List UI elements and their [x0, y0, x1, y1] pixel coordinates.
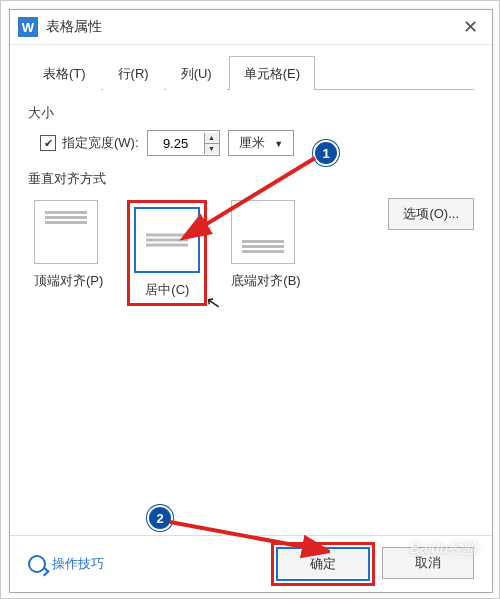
tab-bar: 表格(T) 行(R) 列(U) 单元格(E) — [28, 55, 474, 90]
tips-label: 操作技巧 — [52, 555, 104, 573]
valign-bottom[interactable]: 底端对齐(B) — [231, 200, 300, 306]
titlebar: W 表格属性 ✕ — [10, 10, 492, 45]
width-input[interactable] — [148, 136, 204, 151]
tab-cell[interactable]: 单元格(E) — [229, 56, 315, 90]
cancel-button[interactable]: 取消 — [382, 547, 474, 579]
valign-top-label: 顶端对齐(P) — [34, 272, 103, 290]
width-unit-select[interactable]: 厘米 ▼ — [228, 130, 295, 156]
width-spinner[interactable]: ▲ ▼ — [147, 130, 220, 156]
specify-width-label: 指定宽度(W): — [62, 134, 139, 152]
width-unit-label: 厘米 — [239, 135, 265, 150]
chevron-down-icon: ▼ — [274, 139, 283, 149]
dialog-title: 表格属性 — [46, 18, 448, 36]
valign-top[interactable]: 顶端对齐(P) — [34, 200, 103, 306]
tab-table[interactable]: 表格(T) — [28, 56, 101, 90]
valign-center-label: 居中(C) — [134, 281, 200, 299]
close-icon: ✕ — [463, 16, 478, 38]
width-step-up[interactable]: ▲ — [205, 133, 219, 144]
width-row: ✔ 指定宽度(W): ▲ ▼ 厘米 ▼ — [40, 130, 474, 156]
annotation-badge-2: 2 — [147, 505, 173, 531]
table-properties-dialog: W 表格属性 ✕ 表格(T) 行(R) 列(U) 单元格(E) 大小 ✔ 指定宽… — [9, 9, 493, 593]
close-button[interactable]: ✕ — [448, 10, 492, 44]
size-section-label: 大小 — [28, 104, 474, 122]
dialog-content: 表格(T) 行(R) 列(U) 单元格(E) 大小 ✔ 指定宽度(W): ▲ ▼… — [10, 45, 492, 306]
ok-button[interactable]: 确定 — [276, 547, 370, 581]
tab-row[interactable]: 行(R) — [103, 56, 164, 90]
specify-width-checkbox[interactable]: ✔ — [40, 135, 56, 151]
annotation-badge-1: 1 — [313, 140, 339, 166]
valign-center[interactable]: 居中(C) — [127, 200, 207, 306]
app-icon: W — [18, 17, 38, 37]
options-button[interactable]: 选项(O)... — [388, 198, 474, 230]
valign-bottom-label: 底端对齐(B) — [231, 272, 300, 290]
width-step-down[interactable]: ▼ — [205, 144, 219, 154]
tab-column[interactable]: 列(U) — [166, 56, 227, 90]
valign-section-label: 垂直对齐方式 — [28, 170, 474, 188]
dialog-footer: 操作技巧 确定 取消 — [10, 535, 492, 592]
tips-icon — [28, 555, 46, 573]
tips-link[interactable]: 操作技巧 — [28, 555, 104, 573]
